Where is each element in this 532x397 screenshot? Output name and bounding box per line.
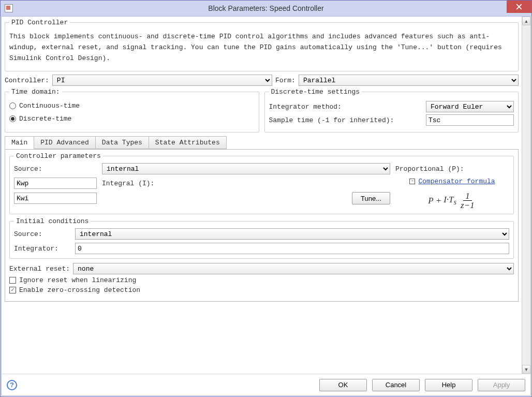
discrete-time-label: Discrete-time [19,115,71,123]
dialog-window: Block Parameters: Speed Controller PID C… [0,0,532,397]
compensator-formula-box: − Compensator formula P+I·Ts 1z−1 [395,178,509,210]
integrator-method-row: Integrator method: Forward Euler [269,101,514,112]
compensator-formula: P+I·Ts 1z−1 [428,192,476,210]
controller-params-grid: Source: internal − Compensator formula P… [14,163,509,210]
sample-time-row: Sample time (-1 for inherited): [269,114,514,126]
radio-icon [9,102,16,109]
external-reset-label: External reset: [9,265,70,273]
time-discrete-row: Time domain: Continuous-time Discrete-ti… [5,88,519,136]
pid-description-legend: PID Controller [9,19,70,26]
checkbox-icon [9,277,16,284]
ignore-reset-row[interactable]: Ignore reset when linearizing [9,276,514,284]
tune-button[interactable]: Tune... [352,192,390,204]
radio-icon [9,115,16,122]
controller-select[interactable]: PI [52,75,272,86]
time-domain-legend: Time domain: [9,88,62,96]
tab-state-attributes[interactable]: State Attributes [149,136,227,149]
tab-main-body: Controller parameters Source: internal −… [5,149,519,302]
zero-crossing-label: Enable zero-crossing detection [19,286,140,294]
source-label: Source: [14,165,97,173]
integrator-method-label: Integrator method: [269,103,423,111]
help-icon[interactable]: ? [7,380,17,390]
tab-main[interactable]: Main [5,136,34,149]
titlebar[interactable]: Block Parameters: Speed Controller [1,1,531,16]
continuous-time-option[interactable]: Continuous-time [9,102,255,110]
client-area: PID Controller This block implements con… [1,16,531,396]
ignore-reset-label: Ignore reset when linearizing [19,276,136,284]
titlebar-title: Block Parameters: Speed Controller [208,4,323,12]
vertical-scrollbar[interactable]: ▲ ▼ [522,17,530,374]
initial-conditions-legend: Initial conditions [14,217,91,225]
continuous-time-label: Continuous-time [19,102,80,110]
external-reset-select[interactable]: none [73,263,514,274]
tune-row: Tune... [102,192,390,204]
footer: ? OK Cancel Help Apply [2,374,530,395]
integral-input[interactable] [14,193,97,204]
ic-integrator-input[interactable] [75,243,509,254]
cancel-button[interactable]: Cancel [372,379,420,391]
apply-button[interactable]: Apply [478,379,525,391]
sample-time-input[interactable] [426,114,514,126]
proportional-input[interactable] [14,178,97,189]
form-select[interactable]: Parallel [299,75,519,86]
checkbox-icon [9,287,16,293]
external-reset-row: External reset: none [9,263,514,274]
content-area: PID Controller This block implements con… [2,17,530,374]
app-icon [5,4,13,12]
minus-icon: − [409,179,415,184]
ic-integrator-label: Integrator: [14,245,71,253]
close-icon [516,4,522,10]
discrete-settings-group: Discrete-time settings Integrator method… [264,88,519,133]
initial-conditions-group: Initial conditions Source: internal Inte… [9,217,514,259]
help-button[interactable]: Help [425,379,472,391]
scroll-down-button[interactable]: ▼ [522,365,530,374]
pid-description-text: This block implements continuous- and di… [9,32,514,64]
initial-conditions-grid: Source: internal Integrator: [14,228,509,254]
controller-params-legend: Controller parameters [14,152,103,160]
ok-button[interactable]: OK [319,379,367,391]
scroll-panel: PID Controller This block implements con… [2,17,522,374]
controller-params-group: Controller parameters Source: internal −… [9,152,514,214]
discrete-settings-legend: Discrete-time settings [269,88,362,96]
proportional-label: Proportional (P): [395,165,509,173]
controller-label: Controller: [5,77,49,84]
integrator-method-select[interactable]: Forward Euler [426,101,514,112]
discrete-time-option[interactable]: Discrete-time [9,115,255,123]
integral-label: Integral (I): [102,180,390,187]
tab-pid-advanced[interactable]: PID Advanced [34,136,96,149]
ic-source-label: Source: [14,230,71,238]
source-select[interactable]: internal [102,163,390,174]
compensator-toggle[interactable]: − Compensator formula [409,178,495,185]
zero-crossing-row[interactable]: Enable zero-crossing detection [9,286,514,294]
pid-description-group: PID Controller This block implements con… [5,19,519,71]
ic-source-select[interactable]: internal [75,228,509,240]
close-button[interactable] [507,1,531,13]
sample-time-label: Sample time (-1 for inherited): [269,116,423,124]
tab-data-types[interactable]: Data Types [95,136,149,149]
time-domain-group: Time domain: Continuous-time Discrete-ti… [5,88,259,133]
compensator-link[interactable]: Compensator formula [418,178,495,185]
controller-form-row: Controller: PI Form: Parallel [5,75,519,86]
form-label: Form: [275,77,295,84]
scroll-up-button[interactable]: ▲ [522,17,530,25]
tabs: Main PID Advanced Data Types State Attri… [5,136,519,150]
